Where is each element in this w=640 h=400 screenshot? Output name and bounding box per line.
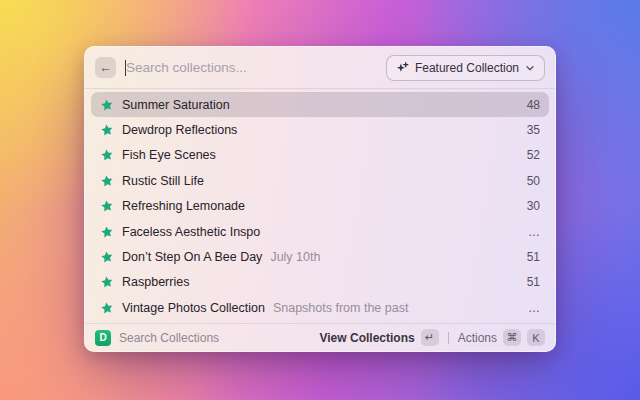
star-icon xyxy=(99,275,115,291)
collections-list: Summer Saturation 48 Dewdrop Reflections… xyxy=(85,89,555,323)
list-item-vintage-photos-collection[interactable]: Vintage Photos Collection Snapshots from… xyxy=(91,295,549,320)
k-key-badge[interactable]: K xyxy=(527,329,545,346)
item-count: … xyxy=(528,301,540,315)
list-item-fish-eye-scenes[interactable]: Fish Eye Scenes 52 xyxy=(91,143,549,168)
footer: D Search Collections View Collections ↵ … xyxy=(85,323,555,351)
enter-key-badge[interactable]: ↵ xyxy=(421,329,439,346)
item-title: Don’t Step On A Bee Day xyxy=(122,250,262,264)
star-icon xyxy=(99,300,115,316)
item-subtitle: July 10th xyxy=(270,250,320,264)
star-icon xyxy=(99,148,115,164)
dropdown-label: Featured Collection xyxy=(415,61,519,75)
app-logo-icon: D xyxy=(95,330,111,346)
star-icon xyxy=(99,249,115,265)
item-count: 51 xyxy=(527,275,540,289)
item-count: 51 xyxy=(527,250,540,264)
sparkles-plus-icon xyxy=(396,61,409,74)
item-title: Dewdrop Reflections xyxy=(122,123,237,137)
item-title: Faceless Aesthetic Inspo xyxy=(122,225,260,239)
command-palette-window: ← Featured Collection Summer Saturation … xyxy=(84,46,556,352)
item-count: 50 xyxy=(527,174,540,188)
list-item-rustic-still-life[interactable]: Rustic Still Life 50 xyxy=(91,168,549,193)
star-icon xyxy=(99,173,115,189)
item-title: Rustic Still Life xyxy=(122,174,204,188)
item-subtitle: Snapshots from the past xyxy=(273,301,409,315)
back-button[interactable]: ← xyxy=(95,57,116,78)
list-item-dont-step-on-a-bee-day[interactable]: Don’t Step On A Bee Day July 10th 51 xyxy=(91,244,549,269)
list-item-refreshing-lemonade[interactable]: Refreshing Lemonade 30 xyxy=(91,194,549,219)
search-input[interactable] xyxy=(126,60,386,75)
list-item-summer-saturation[interactable]: Summer Saturation 48 xyxy=(91,92,549,117)
item-title: Summer Saturation xyxy=(122,98,230,112)
footer-app-info: D Search Collections xyxy=(95,330,219,346)
item-count: … xyxy=(528,225,540,239)
star-icon xyxy=(99,97,115,113)
item-count: 48 xyxy=(527,98,540,112)
chevron-down-icon xyxy=(525,63,535,73)
star-icon xyxy=(99,198,115,214)
list-item-raspberries[interactable]: Raspberries 51 xyxy=(91,270,549,295)
cmd-key-badge[interactable]: ⌘ xyxy=(503,329,521,346)
item-title: Raspberries xyxy=(122,275,189,289)
list-item-dewdrop-reflections[interactable]: Dewdrop Reflections 35 xyxy=(91,117,549,142)
item-title: Refreshing Lemonade xyxy=(122,199,245,213)
search-header: ← Featured Collection xyxy=(85,47,555,89)
footer-actions: View Collections ↵ Actions ⌘ K xyxy=(320,329,546,346)
view-collections-button[interactable]: View Collections xyxy=(320,331,415,345)
actions-menu-button[interactable]: Actions xyxy=(458,331,497,345)
item-title: Vintage Photos Collection xyxy=(122,301,265,315)
footer-divider xyxy=(448,332,449,344)
footer-command-name: Search Collections xyxy=(119,331,219,345)
star-icon xyxy=(99,224,115,240)
item-count: 52 xyxy=(527,148,540,162)
item-count: 30 xyxy=(527,199,540,213)
item-count: 35 xyxy=(527,123,540,137)
featured-collection-dropdown[interactable]: Featured Collection xyxy=(386,55,545,81)
item-title: Fish Eye Scenes xyxy=(122,148,216,162)
list-item-faceless-aesthetic-inspo[interactable]: Faceless Aesthetic Inspo … xyxy=(91,219,549,244)
star-icon xyxy=(99,122,115,138)
